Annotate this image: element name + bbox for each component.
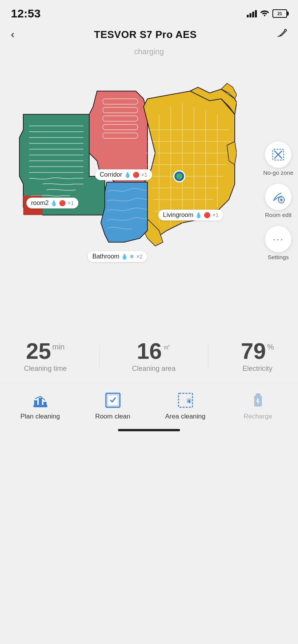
svg-point-29: [176, 173, 182, 179]
home-bar: [118, 429, 180, 431]
plan-cleaning-icon: [30, 390, 50, 410]
livingroom-label-text: Livingroom: [163, 212, 193, 219]
map-container: room2 💧 🔴 ×1 Corridor 💧 🔴 ×1 Livingroom …: [0, 64, 298, 327]
bathroom-water-icon: 💧: [121, 253, 128, 260]
status-bar: 12:53 21: [0, 0, 298, 23]
recharge-icon: [248, 390, 268, 410]
room2-label-text: room2: [31, 200, 49, 207]
cleaning-time-value: 25 min: [26, 340, 65, 362]
room-edit-button[interactable]: [265, 184, 291, 210]
room2-label[interactable]: room2 💧 🔴 ×1: [26, 198, 78, 208]
svg-rect-37: [39, 398, 42, 407]
corridor-water-icon: 💧: [124, 172, 131, 178]
cleaning-area-stat: 16 ㎡ Cleaning area: [132, 340, 175, 373]
cleaning-time-label: Cleaning time: [24, 365, 67, 373]
cleaning-time-stat: 25 min Cleaning time: [24, 340, 67, 373]
room-clean-label: Room clean: [95, 413, 130, 420]
plan-cleaning-label: Plan cleaning: [20, 413, 60, 420]
settings-button[interactable]: ···: [265, 226, 291, 252]
electricity-stat: 79 % Electricity: [241, 340, 274, 373]
corridor-label-text: Corridor: [100, 171, 122, 178]
bathroom-label-text: Bathroom: [92, 253, 119, 260]
stats-row: 25 min Cleaning time 16 ㎡ Cleaning area …: [0, 327, 298, 384]
corridor-label[interactable]: Corridor 💧 🔴 ×1: [95, 169, 152, 180]
corridor-count: ×1: [141, 172, 147, 178]
area-cleaning-label: Area cleaning: [165, 413, 206, 420]
nav-recharge[interactable]: Recharge: [222, 390, 294, 420]
charging-status: charging: [0, 46, 298, 64]
livingroom-label[interactable]: Livingroom 💧 🔴 ×1: [158, 210, 223, 220]
room2-fan-icon: 🔴: [59, 200, 66, 206]
map-svg[interactable]: [12, 68, 237, 316]
bathroom-label[interactable]: Bathroom 💧 ❄ ×2: [88, 251, 147, 262]
nav-room-clean[interactable]: Room clean: [76, 390, 149, 420]
battery-icon: 21: [272, 9, 287, 18]
stat-divider-2: [208, 345, 208, 368]
wifi-icon: [260, 9, 269, 19]
nav-area-cleaning[interactable]: Area cleaning: [149, 390, 222, 420]
no-go-zone-button[interactable]: [265, 141, 291, 168]
status-time: 12:53: [11, 7, 41, 20]
bathroom-snowflake-icon: ❄: [130, 253, 134, 260]
back-button[interactable]: ‹: [11, 28, 14, 41]
livingroom-fan-icon: 🔴: [204, 212, 210, 218]
room-edit-label: Room edit: [265, 212, 291, 218]
home-indicator: [0, 424, 298, 434]
signal-icon: [247, 10, 257, 17]
bottom-nav: Plan cleaning Room clean Area cleaning: [0, 384, 298, 424]
no-go-zone-label: No-go zone: [263, 169, 293, 176]
page-title: TESVOR S7 Pro AES: [94, 29, 197, 41]
room2-count: ×1: [68, 200, 74, 206]
room-clean-icon: [103, 390, 123, 410]
electricity-value: 79 %: [241, 340, 274, 362]
header: ‹ TESVOR S7 Pro AES: [0, 23, 298, 46]
area-cleaning-icon: [175, 390, 196, 410]
stat-divider-1: [99, 345, 100, 368]
side-controls: No-go zone Room edit ··· Settings: [263, 141, 293, 265]
livingroom-count: ×1: [212, 212, 218, 218]
nav-plan-cleaning[interactable]: Plan cleaning: [4, 390, 76, 420]
room2-water-icon: 💧: [50, 200, 57, 206]
svg-rect-38: [43, 402, 47, 407]
corridor-fan-icon: 🔴: [133, 172, 139, 178]
bathroom-count: ×2: [136, 253, 142, 260]
svg-rect-36: [34, 400, 37, 407]
electricity-label: Electricity: [243, 365, 272, 373]
settings-label: Settings: [268, 254, 289, 260]
status-icons: 21: [247, 9, 287, 19]
edit-button[interactable]: [276, 28, 287, 41]
cleaning-area-label: Cleaning area: [132, 365, 175, 373]
recharge-label: Recharge: [244, 413, 272, 420]
cleaning-area-value: 16 ㎡: [137, 340, 171, 362]
livingroom-water-icon: 💧: [195, 212, 202, 218]
